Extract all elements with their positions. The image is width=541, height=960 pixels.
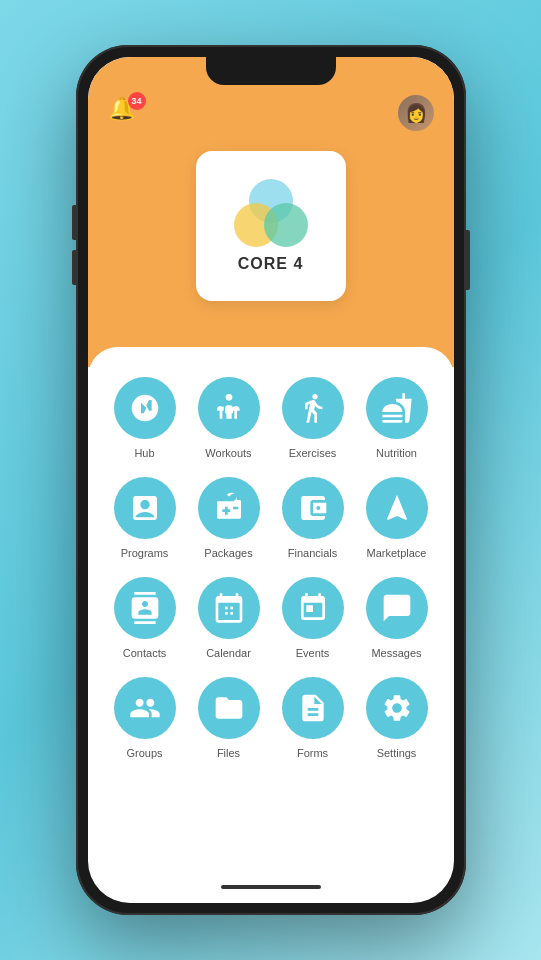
phone-screen: 🔔 34 👩 <box>88 57 454 903</box>
grid-item-files[interactable]: Files <box>192 677 266 759</box>
grid-item-forms[interactable]: Forms <box>276 677 350 759</box>
financials-icon-circle <box>282 477 344 539</box>
messages-icon <box>381 592 413 624</box>
grid-item-nutrition[interactable]: Nutrition <box>360 377 434 459</box>
workouts-label: Workouts <box>205 447 251 459</box>
hub-icon-circle <box>114 377 176 439</box>
app-grid: Hub Workouts <box>108 377 434 759</box>
packages-icon <box>213 492 245 524</box>
files-label: Files <box>217 747 240 759</box>
grid-item-financials[interactable]: Financials <box>276 477 350 559</box>
notification-badge: 34 <box>128 92 146 110</box>
calendar-icon <box>213 592 245 624</box>
grid-item-exercises[interactable]: Exercises <box>276 377 350 459</box>
grid-item-workouts[interactable]: Workouts <box>192 377 266 459</box>
hub-icon <box>129 392 161 424</box>
workouts-icon-circle <box>198 377 260 439</box>
grid-item-groups[interactable]: Groups <box>108 677 182 759</box>
grid-item-marketplace[interactable]: Marketplace <box>360 477 434 559</box>
avatar[interactable]: 👩 <box>398 95 434 131</box>
programs-icon <box>129 492 161 524</box>
forms-icon-circle <box>282 677 344 739</box>
logo-container: CORE 4 <box>196 151 346 301</box>
messages-icon-circle <box>366 577 428 639</box>
grid-item-programs[interactable]: Programs <box>108 477 182 559</box>
events-icon-circle <box>282 577 344 639</box>
forms-label: Forms <box>297 747 328 759</box>
exercises-icon <box>297 392 329 424</box>
settings-icon-circle <box>366 677 428 739</box>
events-icon <box>297 592 329 624</box>
programs-icon-circle <box>114 477 176 539</box>
grid-item-hub[interactable]: Hub <box>108 377 182 459</box>
home-indicator <box>221 885 321 889</box>
groups-icon <box>129 692 161 724</box>
grid-item-settings[interactable]: Settings <box>360 677 434 759</box>
app-title: CORE 4 <box>238 255 304 273</box>
forms-icon <box>297 692 329 724</box>
settings-icon <box>381 692 413 724</box>
svg-rect-7 <box>230 612 233 615</box>
hub-label: Hub <box>134 447 154 459</box>
calendar-label: Calendar <box>206 647 251 659</box>
exercises-icon-circle <box>282 377 344 439</box>
nutrition-icon-circle <box>366 377 428 439</box>
packages-icon-circle <box>198 477 260 539</box>
grid-item-calendar[interactable]: Calendar <box>192 577 266 659</box>
grid-item-messages[interactable]: Messages <box>360 577 434 659</box>
marketplace-label: Marketplace <box>367 547 427 559</box>
svg-rect-6 <box>225 612 228 615</box>
marketplace-icon <box>381 492 413 524</box>
nutrition-icon <box>381 392 413 424</box>
contacts-label: Contacts <box>123 647 166 659</box>
header: 🔔 34 👩 <box>88 57 454 367</box>
grid-item-packages[interactable]: Packages <box>192 477 266 559</box>
messages-label: Messages <box>371 647 421 659</box>
notch <box>206 57 336 85</box>
groups-label: Groups <box>126 747 162 759</box>
contacts-icon <box>129 592 161 624</box>
exercises-label: Exercises <box>289 447 337 459</box>
settings-label: Settings <box>377 747 417 759</box>
marketplace-icon-circle <box>366 477 428 539</box>
financials-icon <box>297 492 329 524</box>
grid-item-contacts[interactable]: Contacts <box>108 577 182 659</box>
screen-inner: 🔔 34 👩 <box>88 57 454 903</box>
events-label: Events <box>296 647 330 659</box>
volume-up-button <box>72 205 76 240</box>
phone-frame: 🔔 34 👩 <box>76 45 466 915</box>
financials-label: Financials <box>288 547 338 559</box>
workouts-icon <box>213 392 245 424</box>
files-icon-circle <box>198 677 260 739</box>
volume-down-button <box>72 250 76 285</box>
packages-label: Packages <box>204 547 252 559</box>
main-content: Hub Workouts <box>88 347 454 883</box>
logo-circles <box>231 179 311 249</box>
svg-rect-4 <box>225 607 228 610</box>
svg-point-2 <box>264 203 308 247</box>
contacts-icon-circle <box>114 577 176 639</box>
svg-rect-5 <box>230 607 233 610</box>
programs-label: Programs <box>121 547 169 559</box>
nutrition-label: Nutrition <box>376 447 417 459</box>
svg-point-3 <box>225 394 232 401</box>
calendar-icon-circle <box>198 577 260 639</box>
groups-icon-circle <box>114 677 176 739</box>
files-icon <box>213 692 245 724</box>
power-button <box>466 230 470 290</box>
notification-bell[interactable]: 🔔 34 <box>108 96 142 130</box>
grid-item-events[interactable]: Events <box>276 577 350 659</box>
